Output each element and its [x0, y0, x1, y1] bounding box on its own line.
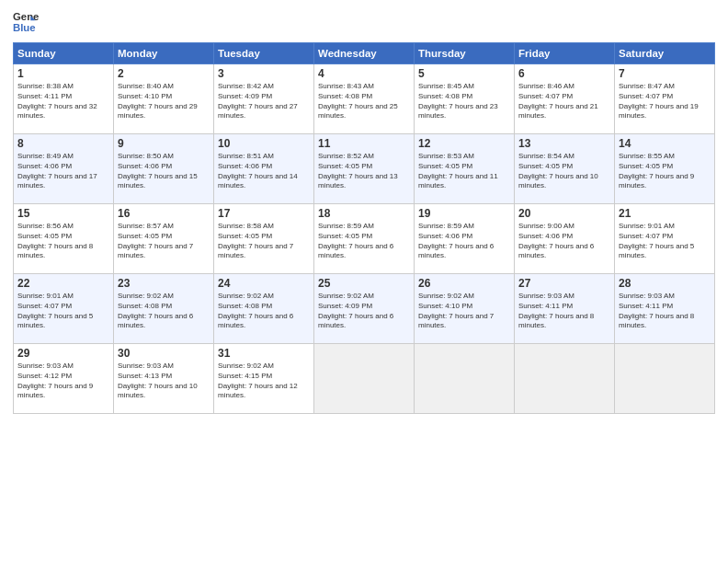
calendar-day-cell: 23Sunrise: 9:02 AMSunset: 4:08 PMDayligh…: [114, 274, 214, 344]
day-info: Sunrise: 8:54 AMSunset: 4:05 PMDaylight:…: [518, 152, 610, 191]
calendar-day-cell: 10Sunrise: 8:51 AMSunset: 4:06 PMDayligh…: [214, 134, 314, 204]
day-info: Sunrise: 8:49 AMSunset: 4:06 PMDaylight:…: [17, 152, 109, 191]
day-info: Sunrise: 8:42 AMSunset: 4:09 PMDaylight:…: [218, 82, 310, 121]
day-number: 1: [17, 67, 109, 80]
day-number: 19: [418, 207, 510, 220]
day-number: 25: [318, 277, 410, 290]
col-header-friday: Friday: [515, 43, 615, 64]
calendar-day-cell: 27Sunrise: 9:03 AMSunset: 4:11 PMDayligh…: [515, 274, 615, 344]
calendar-day-cell: 5Sunrise: 8:45 AMSunset: 4:08 PMDaylight…: [415, 64, 515, 134]
calendar-day-cell: 22Sunrise: 9:01 AMSunset: 4:07 PMDayligh…: [14, 274, 114, 344]
day-number: 15: [17, 207, 109, 220]
day-info: Sunrise: 9:00 AMSunset: 4:06 PMDaylight:…: [518, 222, 610, 261]
calendar-day-cell: 14Sunrise: 8:55 AMSunset: 4:05 PMDayligh…: [615, 134, 715, 204]
day-info: Sunrise: 9:03 AMSunset: 4:12 PMDaylight:…: [17, 362, 109, 401]
day-info: Sunrise: 8:59 AMSunset: 4:06 PMDaylight:…: [418, 222, 510, 261]
calendar-day-cell: 12Sunrise: 8:53 AMSunset: 4:05 PMDayligh…: [415, 134, 515, 204]
calendar-day-cell: [415, 344, 515, 414]
calendar-day-cell: 15Sunrise: 8:56 AMSunset: 4:05 PMDayligh…: [14, 204, 114, 274]
day-number: 3: [218, 67, 310, 80]
day-info: Sunrise: 9:01 AMSunset: 4:07 PMDaylight:…: [619, 222, 711, 261]
day-number: 18: [318, 207, 410, 220]
logo-icon: General Blue: [13, 9, 39, 35]
day-info: Sunrise: 9:03 AMSunset: 4:13 PMDaylight:…: [118, 362, 210, 401]
calendar-table: SundayMondayTuesdayWednesdayThursdayFrid…: [13, 42, 715, 414]
header: General Blue: [13, 9, 715, 35]
day-number: 17: [218, 207, 310, 220]
day-info: Sunrise: 8:38 AMSunset: 4:11 PMDaylight:…: [17, 82, 109, 121]
calendar-day-cell: 16Sunrise: 8:57 AMSunset: 4:05 PMDayligh…: [114, 204, 214, 274]
day-info: Sunrise: 8:58 AMSunset: 4:05 PMDaylight:…: [218, 222, 310, 261]
day-number: 24: [218, 277, 310, 290]
day-number: 28: [619, 277, 711, 290]
calendar-week-row: 1Sunrise: 8:38 AMSunset: 4:11 PMDaylight…: [14, 64, 715, 134]
calendar-day-cell: 29Sunrise: 9:03 AMSunset: 4:12 PMDayligh…: [14, 344, 114, 414]
day-info: Sunrise: 9:03 AMSunset: 4:11 PMDaylight:…: [518, 292, 610, 331]
col-header-sunday: Sunday: [14, 43, 114, 64]
day-number: 22: [17, 277, 109, 290]
calendar-day-cell: 20Sunrise: 9:00 AMSunset: 4:06 PMDayligh…: [515, 204, 615, 274]
day-number: 9: [118, 137, 210, 150]
day-info: Sunrise: 9:02 AMSunset: 4:10 PMDaylight:…: [418, 292, 510, 331]
col-header-monday: Monday: [114, 43, 214, 64]
calendar-day-cell: 25Sunrise: 9:02 AMSunset: 4:09 PMDayligh…: [314, 274, 415, 344]
col-header-saturday: Saturday: [615, 43, 715, 64]
day-info: Sunrise: 8:53 AMSunset: 4:05 PMDaylight:…: [418, 152, 510, 191]
day-info: Sunrise: 8:52 AMSunset: 4:05 PMDaylight:…: [318, 152, 410, 191]
col-header-thursday: Thursday: [415, 43, 515, 64]
day-info: Sunrise: 8:59 AMSunset: 4:05 PMDaylight:…: [318, 222, 410, 261]
calendar-header-row: SundayMondayTuesdayWednesdayThursdayFrid…: [14, 43, 715, 64]
calendar-day-cell: 30Sunrise: 9:03 AMSunset: 4:13 PMDayligh…: [114, 344, 214, 414]
day-info: Sunrise: 9:03 AMSunset: 4:11 PMDaylight:…: [619, 292, 711, 331]
calendar-day-cell: 17Sunrise: 8:58 AMSunset: 4:05 PMDayligh…: [214, 204, 314, 274]
calendar-day-cell: 21Sunrise: 9:01 AMSunset: 4:07 PMDayligh…: [615, 204, 715, 274]
svg-text:Blue: Blue: [13, 22, 36, 33]
day-info: Sunrise: 9:02 AMSunset: 4:15 PMDaylight:…: [218, 362, 310, 401]
day-number: 6: [518, 67, 610, 80]
calendar-week-row: 22Sunrise: 9:01 AMSunset: 4:07 PMDayligh…: [14, 274, 715, 344]
calendar-week-row: 8Sunrise: 8:49 AMSunset: 4:06 PMDaylight…: [14, 134, 715, 204]
calendar-day-cell: 13Sunrise: 8:54 AMSunset: 4:05 PMDayligh…: [515, 134, 615, 204]
day-info: Sunrise: 8:55 AMSunset: 4:05 PMDaylight:…: [619, 152, 711, 191]
day-info: Sunrise: 8:40 AMSunset: 4:10 PMDaylight:…: [118, 82, 210, 121]
calendar-day-cell: [515, 344, 615, 414]
svg-text:General: General: [13, 11, 39, 22]
day-info: Sunrise: 8:57 AMSunset: 4:05 PMDaylight:…: [118, 222, 210, 261]
calendar-day-cell: 4Sunrise: 8:43 AMSunset: 4:08 PMDaylight…: [314, 64, 415, 134]
day-number: 31: [218, 347, 310, 360]
day-number: 27: [518, 277, 610, 290]
calendar-day-cell: 26Sunrise: 9:02 AMSunset: 4:10 PMDayligh…: [415, 274, 515, 344]
calendar-day-cell: 24Sunrise: 9:02 AMSunset: 4:08 PMDayligh…: [214, 274, 314, 344]
day-number: 21: [619, 207, 711, 220]
day-number: 8: [17, 137, 109, 150]
day-number: 26: [418, 277, 510, 290]
day-number: 10: [218, 137, 310, 150]
logo: General Blue: [13, 9, 39, 35]
calendar-day-cell: 28Sunrise: 9:03 AMSunset: 4:11 PMDayligh…: [615, 274, 715, 344]
col-header-wednesday: Wednesday: [314, 43, 415, 64]
calendar-day-cell: 19Sunrise: 8:59 AMSunset: 4:06 PMDayligh…: [415, 204, 515, 274]
day-info: Sunrise: 9:02 AMSunset: 4:08 PMDaylight:…: [118, 292, 210, 331]
calendar-day-cell: [615, 344, 715, 414]
calendar-day-cell: 8Sunrise: 8:49 AMSunset: 4:06 PMDaylight…: [14, 134, 114, 204]
day-number: 30: [118, 347, 210, 360]
day-number: 13: [518, 137, 610, 150]
day-info: Sunrise: 8:43 AMSunset: 4:08 PMDaylight:…: [318, 82, 410, 121]
calendar-day-cell: 11Sunrise: 8:52 AMSunset: 4:05 PMDayligh…: [314, 134, 415, 204]
day-info: Sunrise: 9:02 AMSunset: 4:08 PMDaylight:…: [218, 292, 310, 331]
day-info: Sunrise: 8:46 AMSunset: 4:07 PMDaylight:…: [518, 82, 610, 121]
day-info: Sunrise: 9:01 AMSunset: 4:07 PMDaylight:…: [17, 292, 109, 331]
day-info: Sunrise: 8:45 AMSunset: 4:08 PMDaylight:…: [418, 82, 510, 121]
calendar-day-cell: 1Sunrise: 8:38 AMSunset: 4:11 PMDaylight…: [14, 64, 114, 134]
day-info: Sunrise: 9:02 AMSunset: 4:09 PMDaylight:…: [318, 292, 410, 331]
day-number: 29: [17, 347, 109, 360]
day-number: 4: [318, 67, 410, 80]
calendar-container: General Blue SundayMondayTuesdayWednesda…: [0, 0, 728, 563]
day-number: 12: [418, 137, 510, 150]
day-number: 23: [118, 277, 210, 290]
day-number: 7: [619, 67, 711, 80]
calendar-day-cell: 2Sunrise: 8:40 AMSunset: 4:10 PMDaylight…: [114, 64, 214, 134]
day-info: Sunrise: 8:56 AMSunset: 4:05 PMDaylight:…: [17, 222, 109, 261]
calendar-week-row: 29Sunrise: 9:03 AMSunset: 4:12 PMDayligh…: [14, 344, 715, 414]
calendar-week-row: 15Sunrise: 8:56 AMSunset: 4:05 PMDayligh…: [14, 204, 715, 274]
